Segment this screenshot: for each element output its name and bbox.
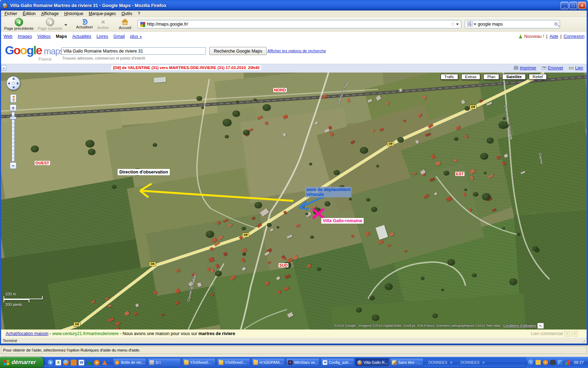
refresh-button[interactable]: Actualiser (74, 19, 95, 29)
bookmark-star-icon[interactable]: ☆ (450, 21, 455, 27)
terms-link[interactable]: Conditions d'utilisation (503, 323, 536, 327)
maps-search-input[interactable] (62, 47, 206, 55)
menu-aide[interactable]: ? (135, 11, 143, 16)
firefox-icon[interactable] (63, 360, 69, 366)
print-link[interactable]: Imprimer (514, 66, 536, 70)
report-corner-icon[interactable]: ↖ (537, 323, 544, 329)
maps-search-button[interactable]: Recherche Google Maps (209, 47, 267, 55)
maximize-button[interactable]: □ (569, 2, 577, 9)
word-icon[interactable]: W (78, 360, 84, 366)
task-winstars[interactable]: WinStars ve... (286, 358, 320, 367)
task-config-doc[interactable]: WConfig_astr... (321, 358, 354, 367)
excel-icon[interactable]: X (55, 360, 61, 366)
tree (356, 307, 362, 313)
back-button[interactable]: Page précédente (2, 18, 36, 30)
tray-app-icon[interactable] (550, 360, 555, 365)
minimize-button[interactable]: _ (561, 2, 568, 9)
satellite-map-canvas[interactable]: NORD OUEST EST SUD Direction d'observati… (0, 73, 588, 329)
ad-prev-button[interactable]: < (565, 331, 570, 336)
tree (454, 137, 458, 141)
url-input[interactable] (147, 22, 450, 27)
link-plus[interactable]: plus ▼ (130, 34, 142, 39)
link-aide[interactable]: Aide (550, 34, 558, 39)
search-options-link[interactable]: Afficher les options de recherche (267, 49, 326, 53)
taskbar-toolbar-donnees-2[interactable]: DONNEES» (460, 360, 484, 365)
button-satellite[interactable]: Satellite (502, 74, 525, 80)
tree (215, 271, 222, 277)
nature-app-icon[interactable] (86, 360, 92, 366)
tree (376, 165, 379, 168)
menu-outils[interactable]: Outils (119, 11, 135, 16)
home-button[interactable]: Accueil (117, 19, 133, 30)
link-actualites[interactable]: Actualités (72, 34, 91, 39)
taskbar-toolbar-donnees-1[interactable]: DONNEES» (428, 360, 452, 365)
start-button[interactable]: démarrer (0, 357, 43, 368)
tree (196, 96, 202, 101)
media-app-icon[interactable] (71, 360, 77, 366)
engine-dropdown-icon[interactable] (474, 23, 476, 27)
link-videos[interactable]: Vidéos (37, 34, 50, 39)
task-boite-reception[interactable]: Boîte de réc... (113, 358, 146, 367)
tray-mail-icon[interactable] (536, 360, 541, 365)
task-villa-gallo-firefox[interactable]: Villa Gallo R... (355, 358, 389, 367)
menu-edition[interactable]: Édition (20, 11, 38, 16)
ie-icon[interactable]: e (48, 360, 54, 366)
stop-button[interactable]: × Arrêter (95, 19, 111, 30)
link-images[interactable]: Images (18, 34, 32, 39)
zoom-slider-knob[interactable] (10, 117, 16, 120)
send-link[interactable]: Envoyer (542, 66, 563, 70)
button-trafic[interactable]: Trafic (441, 74, 458, 80)
menu-affichage[interactable]: Affichage (39, 11, 61, 16)
url-bar[interactable]: ☆ (138, 20, 461, 28)
map-toolbar: » [D8] de VALENTINE (31) vers MARTRES-DD… (0, 64, 588, 73)
window-right-border (587, 11, 588, 345)
task-sans-titre[interactable]: Sans titre - ... (390, 358, 424, 367)
tray-security-icon[interactable] (565, 360, 570, 365)
task-g-drive[interactable]: G:\ (147, 358, 181, 367)
link-connexion[interactable]: Connexion (564, 34, 584, 39)
web-search-box[interactable]: G (465, 20, 560, 28)
zoom-in-button[interactable]: + (10, 104, 16, 111)
search-icon[interactable] (554, 22, 558, 26)
resize-grip[interactable] (581, 339, 585, 343)
tree (509, 278, 518, 285)
vlc-icon[interactable] (102, 360, 107, 366)
button-relief[interactable]: Relief (529, 74, 547, 80)
menu-marque-pages[interactable]: Marque-pages (86, 11, 118, 16)
button-plan[interactable]: Plan (483, 74, 499, 80)
ad-link[interactable]: Achat/location maison (6, 331, 48, 336)
tray-clock-icon[interactable] (543, 360, 548, 365)
link-link[interactable]: Lien (569, 66, 583, 70)
link-livres[interactable]: Livres (97, 34, 108, 39)
search-engine-icon[interactable]: G (467, 21, 472, 27)
tree (309, 163, 312, 165)
history-dropdown-icon[interactable] (64, 24, 67, 27)
pan-control[interactable] (6, 76, 20, 90)
forward-button[interactable]: Page suivante (36, 18, 64, 30)
menu-fichier[interactable]: Fichier (2, 11, 20, 16)
collapse-panel-button[interactable]: » (1, 65, 6, 70)
ad-next-button[interactable]: > (572, 331, 578, 336)
google-maps-logo: Googlemaps France (5, 43, 64, 57)
tree (371, 207, 377, 212)
web-search-input[interactable] (478, 22, 554, 27)
menu-historique[interactable]: Historique (62, 11, 86, 16)
url-dropdown-icon[interactable] (456, 23, 459, 27)
task-to05res0-a[interactable]: \\To05res0... (182, 358, 216, 367)
task-geipan-folder[interactable]: H:\GEIPAN\... (251, 358, 285, 367)
task-to05res0-b[interactable]: \\To05res0... (217, 358, 250, 367)
close-button[interactable]: × (578, 2, 586, 9)
road-badge-d8: D8 (149, 262, 156, 266)
link-web[interactable]: Web (4, 34, 12, 39)
street-view-pegman[interactable] (10, 94, 16, 103)
tray-collapse-icon[interactable]: ‹ (528, 360, 533, 365)
link-gmail[interactable]: Gmail (113, 34, 125, 39)
tray-network-icon[interactable] (558, 360, 563, 365)
link-maps[interactable]: Maps (56, 34, 67, 39)
tree (223, 119, 231, 127)
map-type-buttons: Trafic Extras Plan Satellite Relief (441, 74, 547, 80)
button-extras[interactable]: Extras (461, 74, 481, 80)
clock-app-icon[interactable] (94, 360, 100, 366)
zoom-out-button[interactable]: − (10, 162, 16, 169)
label-ouest: OUEST (35, 161, 50, 165)
